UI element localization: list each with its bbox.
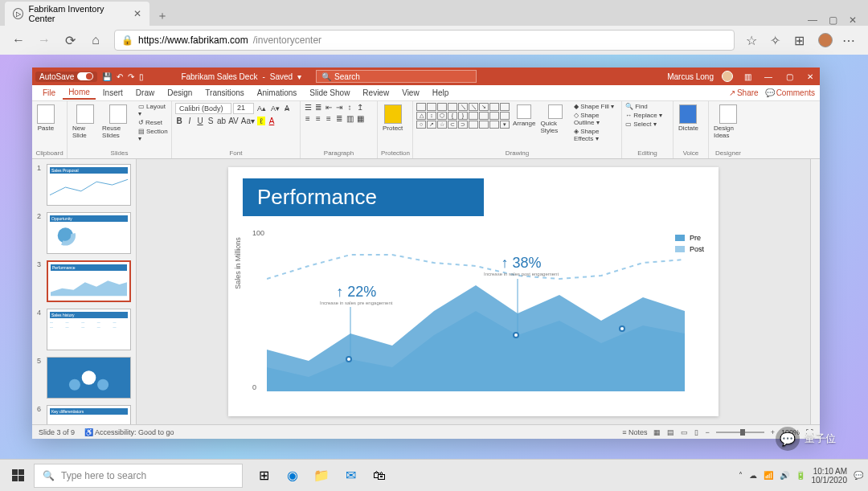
indent-inc-icon[interactable]: ⇥ [335,103,343,112]
back-icon[interactable]: ← [11,33,26,47]
zoom-slider[interactable] [716,432,764,433]
menu-view[interactable]: View [396,87,425,99]
linespace-icon[interactable]: ↕ [346,103,354,112]
paste-button[interactable]: Paste [35,103,56,133]
align-center-icon[interactable]: ≡ [314,114,322,123]
shape-outline-button[interactable]: ◇ Shape Outline ▾ [574,112,618,126]
profile-avatar[interactable] [818,33,833,47]
home-icon[interactable]: ⌂ [88,33,103,47]
design-ideas-button[interactable]: Design Ideas [712,103,744,141]
thumb-1[interactable]: 1Sales Proposal [37,164,131,206]
favorites-bar-icon[interactable]: ✧ [770,33,784,47]
slideshow-icon[interactable]: ▯ [139,72,144,81]
minimize-icon[interactable]: — [808,14,817,26]
task-view-icon[interactable]: ⊞ [251,463,276,489]
edge-icon[interactable]: ◉ [280,463,305,489]
reset-button[interactable]: ↺ Reset [138,119,168,126]
font-family-select[interactable]: Calibri (Body) [175,103,231,114]
chevron-down-icon[interactable]: ▾ [297,72,301,81]
comments-button[interactable]: 💬 Comments [765,88,815,97]
save-icon[interactable]: 💾 [102,72,112,81]
ribbon-display-icon[interactable]: ▥ [741,72,754,81]
textdir-icon[interactable]: ↥ [356,103,364,112]
maximize-icon[interactable]: ▢ [829,14,837,26]
align-right-icon[interactable]: ≡ [325,114,333,123]
volume-icon[interactable]: 🔊 [780,471,789,480]
thumb-5[interactable]: 5 [37,357,131,399]
menu-file[interactable]: File [37,87,61,99]
menu-help[interactable]: Help [427,87,455,99]
bullets-icon[interactable]: ☰ [304,103,312,112]
accessibility-status[interactable]: ♿ Accessibility: Good to go [84,428,174,436]
select-button[interactable]: ▭ Select ▾ [625,121,662,128]
store-icon[interactable]: 🛍 [366,463,392,489]
mail-icon[interactable]: ✉ [338,463,363,489]
tab-close-icon[interactable]: ✕ [133,8,141,19]
undo-icon[interactable]: ↶ [117,72,123,81]
shape-fill-button[interactable]: ◆ Shape Fill ▾ [574,103,618,110]
protect-button[interactable]: Protect [381,103,404,133]
menu-slideshow[interactable]: Slide Show [304,87,355,99]
shapes-gallery[interactable]: ＼＼↘ △↕⬡{} ○↗☆⊂⊃▾ [416,103,510,129]
smartart-icon[interactable]: ▦ [356,114,364,123]
reuse-slides-button[interactable]: Reuse Slides [100,103,137,141]
slide-title[interactable]: Performance [243,178,484,216]
justify-icon[interactable]: ≣ [335,114,343,123]
quick-styles-button[interactable]: Quick Styles [538,103,572,136]
collections-icon[interactable]: ⊞ [794,33,809,47]
wifi-icon[interactable]: 📶 [764,471,773,480]
autosave-toggle[interactable]: AutoSave [35,72,97,82]
slide-canvas[interactable]: Performance Pre Post Sales in Millions 1… [137,159,810,424]
slide-count[interactable]: Slide 3 of 9 [39,428,75,436]
url-input[interactable]: 🔒 https://www.fabrikam.com/inventorycent… [114,30,735,51]
case-button[interactable]: Aa▾ [241,117,255,125]
notes-button[interactable]: ≡ Notes [622,428,647,436]
replace-button[interactable]: ↔ Replace ▾ [625,112,662,119]
thumb-6[interactable]: 6Key differentiators [37,405,131,424]
favorite-icon[interactable]: ☆ [746,33,760,47]
menu-draw[interactable]: Draw [130,87,160,99]
menu-transitions[interactable]: Transitions [199,87,250,99]
more-icon[interactable]: ⋯ [842,33,857,47]
menu-insert[interactable]: Insert [97,87,129,99]
chart[interactable]: Pre Post Sales in Millions 100 0 [243,223,704,399]
find-button[interactable]: 🔍 Find [625,103,662,110]
user-name[interactable]: Marcus Long [667,72,714,81]
section-button[interactable]: ▤ Section ▾ [138,128,168,142]
battery-icon[interactable]: 🔋 [796,471,805,480]
underline-button[interactable]: U [196,117,204,125]
highlight-button[interactable]: ℓ [257,117,265,125]
refresh-icon[interactable]: ⟳ [63,33,77,47]
new-slide-button[interactable]: New Slide [71,103,99,141]
new-tab-button[interactable]: ＋ [153,6,172,26]
thumb-4[interactable]: 4Sales history—————————— [37,309,131,350]
thumb-3[interactable]: 3Performance [37,260,131,302]
strike-button[interactable]: S [207,117,215,125]
spacing-button[interactable]: AV [228,117,239,125]
close-icon[interactable]: ✕ [849,14,857,26]
shape-effects-button[interactable]: ◈ Shape Effects ▾ [574,128,618,142]
font-size-select[interactable]: 21 [233,103,254,114]
menu-design[interactable]: Design [162,87,198,99]
explorer-icon[interactable]: 📁 [309,463,334,489]
reading-view-icon[interactable]: ▭ [681,428,688,436]
vertical-scrollbar[interactable] [810,159,820,424]
indent-dec-icon[interactable]: ⇤ [325,103,333,112]
align-left-icon[interactable]: ≡ [304,114,312,123]
font-color-button[interactable]: A [268,117,276,125]
menu-animations[interactable]: Animations [252,87,302,99]
clock[interactable]: 10:10 AM 10/1/2020 [812,467,848,485]
clear-format-icon[interactable]: A̶ [283,104,291,113]
notifications-icon[interactable]: 💬 [854,471,863,480]
shadow-button[interactable]: ab [217,117,226,125]
browser-tab[interactable]: ▷ Fabrikam Inventory Center ✕ [5,2,149,26]
bold-button[interactable]: B [175,117,183,125]
shrink-font-icon[interactable]: A▾ [269,104,281,113]
numbering-icon[interactable]: ≣ [314,103,322,112]
grow-font-icon[interactable]: A▴ [256,104,268,113]
taskbar-search[interactable]: 🔍 Type here to search [34,464,243,488]
ppt-maximize-icon[interactable]: ▢ [783,72,796,81]
onedrive-icon[interactable]: ☁ [749,471,757,480]
share-button[interactable]: ↗ Share [729,88,759,97]
redo-icon[interactable]: ↷ [128,72,134,81]
